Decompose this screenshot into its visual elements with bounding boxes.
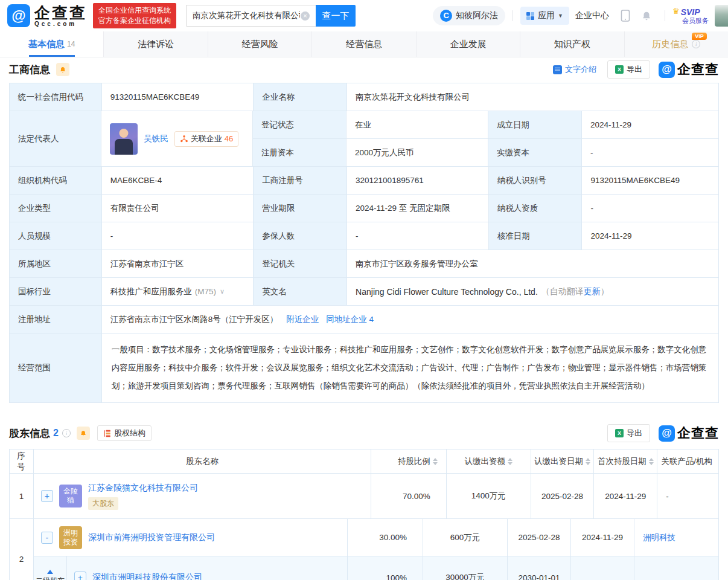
tab-history[interactable]: VIP 历史信息 i [624,31,728,57]
qcc-logo-icon: @ [659,62,675,78]
tab-operation[interactable]: 经营信息 [311,31,415,57]
tab-basic-info[interactable]: 基本信息 14 [0,31,103,57]
field-label: 组织机构代码 [10,167,102,195]
expand-button[interactable]: + [41,490,53,502]
first-date-value [571,556,634,580]
collapse-button[interactable]: - [41,532,53,544]
legal-rep-link[interactable]: 吴铁民 [144,134,168,144]
apps-menu[interactable]: 应用 ▼ [520,7,569,25]
related-product-link[interactable]: 洲明科技 [643,532,675,543]
shareholders-header: 股东信息 2 i 股权结构 X 导出 @ 企查查 [9,421,719,445]
export-button[interactable]: X 导出 [607,424,650,442]
svip-membership[interactable]: ♛ SVIP 会员服务 [672,7,709,25]
industry-cell: 科技推广和应用服务业 (M75) ∨ [102,278,254,306]
clear-icon[interactable]: × [301,11,310,21]
field-label: 登记状态 [253,111,346,139]
col-sub-date-sort[interactable]: 认缴出资日期 [531,450,595,473]
field-label: 登记机关 [254,250,347,278]
equity-structure-button[interactable]: 股权结构 [97,425,152,441]
col-no: 序号 [10,450,34,473]
same-address-link[interactable]: 同地址企业 4 [326,314,374,325]
tab-development[interactable]: 企业发展 [416,31,520,57]
shareholder-main-row: - 洲明投资 深圳市前海洲明投资管理有限公司 30.00% 600万元 2025… [34,519,718,556]
sort-icon [508,458,512,465]
notification-bell-icon[interactable] [641,10,652,22]
user-avatar[interactable] [715,5,728,27]
field-label: 纳税人资质 [489,195,583,222]
related-value: 洲明科技 [634,519,695,556]
col-amount-sort[interactable]: 认缴出资额 [447,450,531,473]
english-name-cell: Nanjing Cidi Flower Culture Technology C… [347,278,718,306]
badge-line2: 官方备案企业征信机构 [98,16,171,26]
sub-shareholder-name-cell: + 深圳市洲明科技股份有限公司 [67,556,348,580]
qcc-watermark-logo: @ 企查查 [659,424,719,442]
mobile-app-icon[interactable] [621,10,630,22]
related-label: 关联企业 [191,134,222,144]
chevron-down-icon[interactable]: ∨ [220,288,225,295]
text-intro-link[interactable]: 文字介绍 [553,64,596,75]
amount-value: 600万元 [423,519,508,556]
svip-label: SVIP [681,7,700,17]
col-first-date-sort[interactable]: 首次持股日期 [594,450,657,473]
nearby-companies-link[interactable]: 附近企业 [286,314,319,325]
shareholders-count: 2 [53,428,59,439]
tab-ip[interactable]: 知识产权 [520,31,624,57]
field-value: 江苏省南京市江宁区 [102,250,254,278]
excel-icon: X [615,429,624,437]
zhibi-logo-icon: C [440,10,452,22]
brand-name: 企查查 [34,5,87,21]
related-count: 46 [225,134,233,143]
field-label: 实缴资本 [488,139,582,167]
subscribe-bell-icon[interactable] [56,63,69,76]
business-info-table: 统一社会信用代码 91320115MAE6KCBE49 企业名称 南京次第花开文… [9,83,719,403]
english-name: Nanjing Cidi Flower Culture Technology C… [356,287,538,297]
expand-button[interactable]: + [74,572,86,580]
field-label: 成立日期 [488,111,582,139]
shareholder-link[interactable]: 深圳市前海洲明投资管理有限公司 [88,532,215,543]
field-value: - [582,139,718,167]
shareholder-link[interactable]: 深圳市洲明科技股份有限公司 [92,572,202,580]
legal-rep-photo[interactable] [110,123,138,155]
address-value: 江苏省南京市江宁区水阁路8号（江宁开发区） [110,314,278,325]
top-right-nav: C 知彼阿尔法 应用 ▼ 企业中心 ♛ SVIP 会员服务 [433,5,728,27]
subscribe-bell-icon[interactable] [77,427,90,440]
export-label: 导出 [627,428,642,439]
field-label: 企业名称 [254,83,347,111]
triangle-up-icon [47,570,53,574]
divider [512,10,513,21]
search-button[interactable]: 查一下 [316,5,356,27]
section-title: 股东信息 [9,427,50,440]
search-bar: × 查一下 [186,5,356,27]
shareholder-avatar: 金陵猫 [59,485,82,507]
shareholders-table: 序号 股东名称 持股比例 认缴出资额 认缴出资日期 首次持股日期 关联产品/机构… [9,449,719,580]
shareholder-name-cell: - 洲明投资 深圳市前海洲明投资管理有限公司 [34,519,348,556]
shareholder-link[interactable]: 江苏金陵猫文化科技有限公司 [88,483,198,494]
collapse-level-control[interactable]: 二级股东 [34,556,67,580]
excel-icon: X [615,65,624,74]
enterprise-center-link[interactable]: 企业中心 [575,10,609,21]
svip-sub-label: 会员服务 [682,17,709,25]
equity-structure-label: 股权结构 [114,428,145,439]
zhibi-alpha-link[interactable]: C 知彼阿尔法 [433,6,505,25]
tab-risk[interactable]: 经营风险 [208,31,311,57]
field-label: 经营范围 [10,334,102,403]
shareholder-name-cell: + 金陵猫 江苏金陵猫文化科技有限公司 大股东 [34,474,371,518]
export-button[interactable]: X 导出 [607,60,650,79]
field-value: 2024-11-29 至 无固定期限 [347,195,489,222]
field-value: 有限责任公司 [102,195,254,222]
field-value: 在业 [346,111,488,139]
related-companies-badge[interactable]: 关联企业 46 [174,131,238,147]
field-label: 英文名 [254,278,347,306]
col-ratio-sort[interactable]: 持股比例 [371,450,447,473]
amount-value: 1400万元 [447,474,531,518]
col-name: 股东名称 [34,450,371,473]
chevron-down-icon: ▼ [558,13,563,19]
field-label: 企业类型 [10,195,102,222]
field-label: 人员规模 [10,222,102,250]
tab-legal[interactable]: 法律诉讼 [103,31,207,57]
qcc-logo-icon: @ [659,425,675,442]
industry-value: 科技推广和应用服务业 [110,286,192,297]
search-input[interactable] [186,5,316,27]
translate-update-link[interactable]: 更新 [584,286,601,297]
industry-code: (M75) [195,287,216,296]
